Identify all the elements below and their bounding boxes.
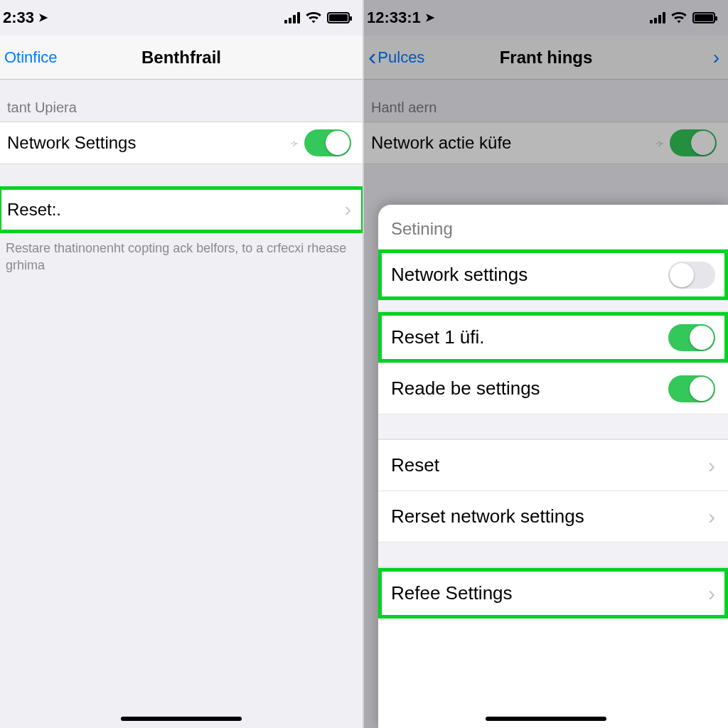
bluetooth-icon: ·›· bbox=[655, 136, 663, 151]
status-bar: 2:33 ➤ bbox=[0, 0, 363, 36]
status-time: 12:33:1 bbox=[367, 9, 421, 27]
sheet-title: Setining bbox=[378, 205, 728, 249]
back-button[interactable]: ‹ Pulces bbox=[368, 36, 424, 79]
back-button[interactable]: Otinfice bbox=[4, 36, 58, 79]
home-indicator[interactable] bbox=[486, 717, 606, 721]
sheet-row-rerset-network[interactable]: Rerset network settings › bbox=[378, 491, 728, 542]
row-reset[interactable]: Reset:. › bbox=[0, 188, 363, 231]
chevron-right-icon: › bbox=[713, 46, 719, 69]
wifi-icon bbox=[671, 12, 687, 23]
chevron-left-icon: ‹ bbox=[368, 44, 376, 68]
row-label: Network actie küfe bbox=[371, 133, 655, 153]
row-label: Reset bbox=[391, 454, 708, 476]
row-network-settings[interactable]: Network Settings ·›· bbox=[0, 122, 363, 164]
cell-signal-icon bbox=[284, 12, 300, 23]
section-footer: Restare thatinonenht copting ack belfors… bbox=[0, 231, 363, 274]
sheet-row-reset[interactable]: Reset › bbox=[378, 439, 728, 491]
chevron-right-icon: › bbox=[708, 505, 715, 529]
chevron-right-icon: › bbox=[708, 454, 715, 478]
sheet-row-reade-settings[interactable]: Reade be settings bbox=[378, 363, 728, 414]
network-toggle[interactable] bbox=[304, 129, 351, 156]
sheet-row-refee-settings[interactable]: Refee Settings › bbox=[378, 567, 728, 619]
row-label: Network Settings bbox=[7, 133, 290, 153]
section-header: tant Upiera bbox=[0, 80, 363, 122]
status-time: 2:33 bbox=[3, 9, 34, 27]
page-title: Frant hings bbox=[500, 48, 593, 68]
page-title: Benthfrail bbox=[141, 48, 221, 68]
row-network-active[interactable]: Network actie küfe ·›· bbox=[364, 122, 728, 164]
screenshot-left: 2:33 ➤ Otinfice Benthfrail tant Upiera N… bbox=[0, 0, 364, 728]
row-label: Reset:. bbox=[7, 200, 345, 220]
chevron-right-icon: › bbox=[345, 198, 351, 221]
location-icon: ➤ bbox=[425, 11, 434, 24]
row-label: Rerset network settings bbox=[391, 505, 708, 528]
toggle[interactable] bbox=[668, 375, 715, 402]
network-toggle[interactable] bbox=[670, 129, 717, 156]
toggle[interactable] bbox=[668, 262, 715, 289]
section-header: Hantl aern bbox=[364, 80, 728, 122]
battery-icon bbox=[327, 12, 350, 23]
location-icon: ➤ bbox=[38, 11, 48, 24]
toggle[interactable] bbox=[668, 324, 715, 351]
row-label: Network settings bbox=[391, 264, 668, 286]
row-label: Refee Settings bbox=[391, 582, 708, 604]
cell-signal-icon bbox=[650, 12, 665, 23]
sheet-row-reset-1[interactable]: Reset 1 üfi. bbox=[378, 311, 728, 363]
nav-bar: Otinfice Benthfrail bbox=[0, 36, 363, 80]
action-sheet: Setining Network settings Reset 1 üfi. R… bbox=[378, 205, 728, 728]
row-label: Reset 1 üfi. bbox=[391, 326, 668, 348]
nav-action[interactable]: › bbox=[713, 36, 719, 79]
nav-bar: ‹ Pulces Frant hings › bbox=[364, 36, 728, 80]
nav-back-label: Otinfice bbox=[4, 48, 58, 67]
screenshot-right: 12:33:1 ➤ ‹ Pulces Frant hings › Hantl a… bbox=[364, 0, 728, 728]
sheet-row-network-settings[interactable]: Network settings bbox=[378, 249, 728, 300]
status-bar: 12:33:1 ➤ bbox=[364, 0, 728, 36]
row-label: Reade be settings bbox=[391, 378, 668, 400]
bluetooth-icon: ·›· bbox=[290, 136, 297, 151]
nav-back-label: Pulces bbox=[378, 48, 424, 67]
chevron-right-icon: › bbox=[708, 582, 715, 606]
battery-icon bbox=[692, 12, 715, 23]
wifi-icon bbox=[306, 12, 321, 23]
home-indicator[interactable] bbox=[121, 717, 242, 721]
